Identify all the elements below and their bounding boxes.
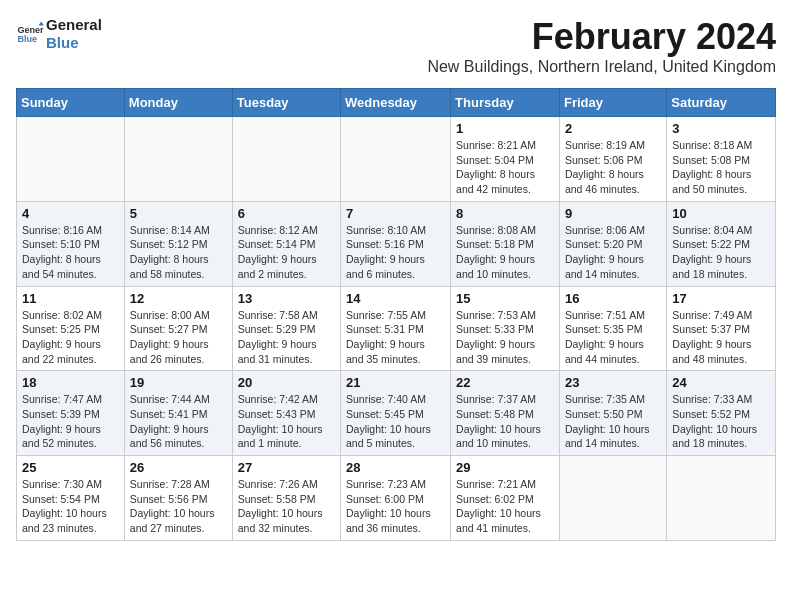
day-number: 11 <box>22 291 119 306</box>
day-info: Sunrise: 8:16 AM Sunset: 5:10 PM Dayligh… <box>22 223 119 282</box>
day-number: 1 <box>456 121 554 136</box>
day-info: Sunrise: 8:21 AM Sunset: 5:04 PM Dayligh… <box>456 138 554 197</box>
day-info: Sunrise: 8:08 AM Sunset: 5:18 PM Dayligh… <box>456 223 554 282</box>
day-number: 2 <box>565 121 661 136</box>
weekday-header-row: SundayMondayTuesdayWednesdayThursdayFrid… <box>17 89 776 117</box>
day-number: 28 <box>346 460 445 475</box>
calendar-cell: 28Sunrise: 7:23 AM Sunset: 6:00 PM Dayli… <box>341 456 451 541</box>
logo-line1: General <box>46 16 102 34</box>
calendar-cell <box>341 117 451 202</box>
day-info: Sunrise: 7:44 AM Sunset: 5:41 PM Dayligh… <box>130 392 227 451</box>
calendar-cell: 15Sunrise: 7:53 AM Sunset: 5:33 PM Dayli… <box>451 286 560 371</box>
day-info: Sunrise: 7:55 AM Sunset: 5:31 PM Dayligh… <box>346 308 445 367</box>
weekday-header-wednesday: Wednesday <box>341 89 451 117</box>
calendar-cell: 22Sunrise: 7:37 AM Sunset: 5:48 PM Dayli… <box>451 371 560 456</box>
logo: General Blue General Blue <box>16 16 102 52</box>
day-info: Sunrise: 8:14 AM Sunset: 5:12 PM Dayligh… <box>130 223 227 282</box>
day-info: Sunrise: 7:47 AM Sunset: 5:39 PM Dayligh… <box>22 392 119 451</box>
calendar-week-4: 18Sunrise: 7:47 AM Sunset: 5:39 PM Dayli… <box>17 371 776 456</box>
calendar-body: 1Sunrise: 8:21 AM Sunset: 5:04 PM Daylig… <box>17 117 776 541</box>
day-info: Sunrise: 8:10 AM Sunset: 5:16 PM Dayligh… <box>346 223 445 282</box>
day-number: 3 <box>672 121 770 136</box>
day-number: 12 <box>130 291 227 306</box>
calendar-week-3: 11Sunrise: 8:02 AM Sunset: 5:25 PM Dayli… <box>17 286 776 371</box>
weekday-header-tuesday: Tuesday <box>232 89 340 117</box>
day-info: Sunrise: 7:51 AM Sunset: 5:35 PM Dayligh… <box>565 308 661 367</box>
day-info: Sunrise: 8:19 AM Sunset: 5:06 PM Dayligh… <box>565 138 661 197</box>
calendar-cell: 13Sunrise: 7:58 AM Sunset: 5:29 PM Dayli… <box>232 286 340 371</box>
day-number: 10 <box>672 206 770 221</box>
day-number: 22 <box>456 375 554 390</box>
calendar-cell: 3Sunrise: 8:18 AM Sunset: 5:08 PM Daylig… <box>667 117 776 202</box>
calendar-header: SundayMondayTuesdayWednesdayThursdayFrid… <box>17 89 776 117</box>
day-number: 9 <box>565 206 661 221</box>
day-number: 27 <box>238 460 335 475</box>
svg-marker-3 <box>38 21 44 25</box>
weekday-header-sunday: Sunday <box>17 89 125 117</box>
day-number: 7 <box>346 206 445 221</box>
day-number: 29 <box>456 460 554 475</box>
day-number: 24 <box>672 375 770 390</box>
day-info: Sunrise: 7:30 AM Sunset: 5:54 PM Dayligh… <box>22 477 119 536</box>
calendar-cell: 1Sunrise: 8:21 AM Sunset: 5:04 PM Daylig… <box>451 117 560 202</box>
calendar-cell: 6Sunrise: 8:12 AM Sunset: 5:14 PM Daylig… <box>232 201 340 286</box>
calendar-cell <box>124 117 232 202</box>
day-number: 8 <box>456 206 554 221</box>
day-number: 21 <box>346 375 445 390</box>
day-info: Sunrise: 7:49 AM Sunset: 5:37 PM Dayligh… <box>672 308 770 367</box>
day-number: 14 <box>346 291 445 306</box>
day-info: Sunrise: 7:37 AM Sunset: 5:48 PM Dayligh… <box>456 392 554 451</box>
calendar-cell: 2Sunrise: 8:19 AM Sunset: 5:06 PM Daylig… <box>559 117 666 202</box>
day-number: 5 <box>130 206 227 221</box>
calendar-cell <box>17 117 125 202</box>
calendar-cell: 26Sunrise: 7:28 AM Sunset: 5:56 PM Dayli… <box>124 456 232 541</box>
calendar-week-5: 25Sunrise: 7:30 AM Sunset: 5:54 PM Dayli… <box>17 456 776 541</box>
title-section: February 2024 New Buildings, Northern Ir… <box>427 16 776 76</box>
calendar-cell <box>232 117 340 202</box>
weekday-header-friday: Friday <box>559 89 666 117</box>
calendar-cell: 7Sunrise: 8:10 AM Sunset: 5:16 PM Daylig… <box>341 201 451 286</box>
day-number: 16 <box>565 291 661 306</box>
day-info: Sunrise: 7:26 AM Sunset: 5:58 PM Dayligh… <box>238 477 335 536</box>
day-info: Sunrise: 7:23 AM Sunset: 6:00 PM Dayligh… <box>346 477 445 536</box>
day-number: 6 <box>238 206 335 221</box>
day-number: 17 <box>672 291 770 306</box>
day-info: Sunrise: 8:04 AM Sunset: 5:22 PM Dayligh… <box>672 223 770 282</box>
svg-text:Blue: Blue <box>17 34 37 44</box>
calendar-cell: 27Sunrise: 7:26 AM Sunset: 5:58 PM Dayli… <box>232 456 340 541</box>
calendar-subtitle: New Buildings, Northern Ireland, United … <box>427 58 776 76</box>
day-number: 19 <box>130 375 227 390</box>
calendar-cell: 17Sunrise: 7:49 AM Sunset: 5:37 PM Dayli… <box>667 286 776 371</box>
day-info: Sunrise: 7:42 AM Sunset: 5:43 PM Dayligh… <box>238 392 335 451</box>
day-number: 13 <box>238 291 335 306</box>
calendar-cell: 20Sunrise: 7:42 AM Sunset: 5:43 PM Dayli… <box>232 371 340 456</box>
day-info: Sunrise: 7:40 AM Sunset: 5:45 PM Dayligh… <box>346 392 445 451</box>
calendar-table: SundayMondayTuesdayWednesdayThursdayFrid… <box>16 88 776 541</box>
calendar-cell: 23Sunrise: 7:35 AM Sunset: 5:50 PM Dayli… <box>559 371 666 456</box>
calendar-week-1: 1Sunrise: 8:21 AM Sunset: 5:04 PM Daylig… <box>17 117 776 202</box>
day-info: Sunrise: 8:12 AM Sunset: 5:14 PM Dayligh… <box>238 223 335 282</box>
calendar-cell: 5Sunrise: 8:14 AM Sunset: 5:12 PM Daylig… <box>124 201 232 286</box>
calendar-cell: 18Sunrise: 7:47 AM Sunset: 5:39 PM Dayli… <box>17 371 125 456</box>
day-info: Sunrise: 8:02 AM Sunset: 5:25 PM Dayligh… <box>22 308 119 367</box>
day-number: 18 <box>22 375 119 390</box>
calendar-cell: 8Sunrise: 8:08 AM Sunset: 5:18 PM Daylig… <box>451 201 560 286</box>
weekday-header-saturday: Saturday <box>667 89 776 117</box>
calendar-cell: 11Sunrise: 8:02 AM Sunset: 5:25 PM Dayli… <box>17 286 125 371</box>
day-info: Sunrise: 7:21 AM Sunset: 6:02 PM Dayligh… <box>456 477 554 536</box>
calendar-cell <box>667 456 776 541</box>
day-number: 26 <box>130 460 227 475</box>
calendar-cell: 25Sunrise: 7:30 AM Sunset: 5:54 PM Dayli… <box>17 456 125 541</box>
logo-line2: Blue <box>46 34 102 52</box>
day-info: Sunrise: 7:53 AM Sunset: 5:33 PM Dayligh… <box>456 308 554 367</box>
page-header: General Blue General Blue February 2024 … <box>16 16 776 80</box>
day-number: 15 <box>456 291 554 306</box>
calendar-cell: 16Sunrise: 7:51 AM Sunset: 5:35 PM Dayli… <box>559 286 666 371</box>
calendar-cell: 10Sunrise: 8:04 AM Sunset: 5:22 PM Dayli… <box>667 201 776 286</box>
day-info: Sunrise: 8:00 AM Sunset: 5:27 PM Dayligh… <box>130 308 227 367</box>
day-number: 4 <box>22 206 119 221</box>
day-info: Sunrise: 8:06 AM Sunset: 5:20 PM Dayligh… <box>565 223 661 282</box>
weekday-header-monday: Monday <box>124 89 232 117</box>
calendar-cell: 29Sunrise: 7:21 AM Sunset: 6:02 PM Dayli… <box>451 456 560 541</box>
calendar-cell: 24Sunrise: 7:33 AM Sunset: 5:52 PM Dayli… <box>667 371 776 456</box>
